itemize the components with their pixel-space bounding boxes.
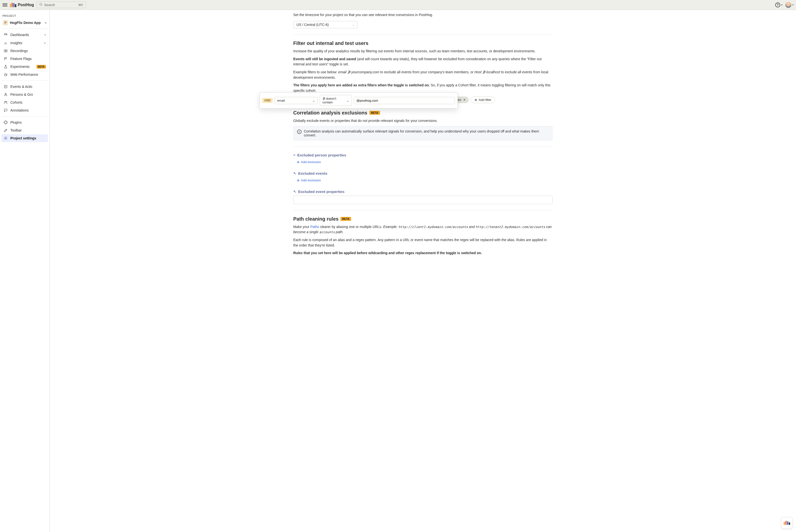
and-operator-pill: AND	[262, 98, 273, 103]
filter-operator-value: ∌ doesn't contain	[322, 97, 344, 104]
filter-operator-select[interactable]: ∌ doesn't contain ⌄	[320, 95, 352, 106]
sidebar-item-web-performance[interactable]: Web Performance	[1, 71, 48, 78]
events-icon	[3, 84, 8, 89]
beta-badge: BETA	[37, 65, 46, 69]
sidebar-item-toolbar[interactable]: Toolbar	[1, 126, 48, 134]
svg-point-9	[5, 93, 6, 95]
plus-icon[interactable]: +	[44, 41, 46, 45]
search-shortcut: ⌘K	[78, 3, 83, 7]
close-icon[interactable]: ✕	[463, 98, 466, 102]
sidebar-item-label: Insights	[11, 41, 22, 45]
filter-value-input[interactable]	[354, 97, 455, 104]
sidebar-item-label: Dashboards	[11, 33, 29, 37]
sidebar-section-label: PROJECT	[1, 12, 48, 19]
help-button[interactable]: ? ▾	[775, 2, 782, 7]
path-cleaning-p1: Make your Paths clearer by aliasing one …	[293, 224, 552, 235]
filter-users-ingest: Events will still be ingested and saved …	[293, 57, 552, 67]
beta-badge: BETA	[341, 217, 351, 221]
person-icon: ≡	[293, 153, 295, 157]
path-cleaning-p3: Rules that you set here will be applied …	[293, 250, 552, 256]
beta-badge: BETA	[369, 111, 380, 115]
sidebar-item-events-actions[interactable]: Events & Actic	[1, 83, 48, 91]
puzzle-icon	[3, 120, 8, 125]
filter-key-select[interactable]: email ⌄	[274, 97, 318, 104]
plus-circle-icon: ⊕	[297, 178, 300, 182]
sidebar-item-annotations[interactable]: Annotations	[1, 106, 48, 114]
sidebar-item-insights[interactable]: Insights +	[1, 39, 48, 47]
filter-users-applied: The filters you apply here are added as …	[293, 83, 552, 93]
timezone-select[interactable]: US / Central (UTC-6) ⌄	[293, 21, 358, 28]
posthog-widget[interactable]	[781, 517, 793, 529]
sidebar-item-experiments[interactable]: Experiments BETA	[1, 63, 48, 71]
add-exclusion-button[interactable]: ⊕ Add exclusion	[293, 159, 321, 165]
avatar	[785, 2, 791, 8]
plus-circle-icon: ⊕	[474, 98, 477, 102]
project-selector[interactable]: P HogFlix Demo App ▾	[1, 19, 48, 27]
logo-bars-icon	[10, 3, 16, 7]
svg-point-10	[4, 101, 5, 102]
correlation-info-text: Correlation analysis can automatically s…	[304, 129, 549, 137]
sidebar-item-project-settings[interactable]: Project settings	[1, 134, 48, 142]
sidebar-item-dashboards[interactable]: Dashboards ▾	[1, 31, 48, 39]
excluded-person-props-heading: ≡ Excluded person properties	[293, 153, 552, 157]
sidebar-item-plugins[interactable]: Plugins	[1, 118, 48, 126]
plus-circle-icon: ⊕	[297, 160, 300, 164]
chevron-down-icon: ⌄	[352, 23, 354, 26]
svg-point-0	[40, 3, 42, 5]
sidebar-item-label: Cohorts	[11, 100, 22, 104]
correlation-info-box: i Correlation analysis can automatically…	[293, 126, 552, 140]
brand-logo[interactable]: PostHog	[10, 3, 34, 7]
excluded-events-heading: ↖ Excluded events	[293, 171, 552, 175]
filter-key-value: email	[277, 99, 285, 102]
sidebar-item-cohorts[interactable]: Cohorts	[1, 98, 48, 106]
sidebar-item-feature-flags[interactable]: Feature Flags	[1, 55, 48, 63]
bar-chart-icon	[3, 41, 8, 45]
sidebar-item-label: Toolbar	[11, 128, 22, 132]
sidebar-item-persons-groups[interactable]: Persons & Gro	[1, 91, 48, 98]
sidebar-item-label: Plugins	[11, 120, 22, 125]
correlation-desc: Globally exclude events or properties th…	[293, 118, 552, 124]
path-cleaning-title: Path cleaning rules BETA	[293, 216, 552, 222]
person-icon	[3, 93, 8, 96]
chevron-down-icon: ▾	[781, 3, 782, 6]
excluded-event-props-input[interactable]	[293, 196, 552, 204]
search-input[interactable]: Search ⌘K	[37, 1, 86, 8]
account-menu[interactable]: ▾	[785, 2, 794, 8]
project-badge: P	[3, 20, 8, 25]
timezone-description: Set the timezone for your project so tha…	[293, 12, 552, 18]
svg-line-1	[41, 5, 42, 6]
path-cleaning-p2: Each rule is composed of an alias and a …	[293, 238, 552, 248]
chevron-down-icon: ▾	[792, 3, 794, 6]
add-exclusion-button[interactable]: ⊕ Add exclusion	[293, 177, 321, 183]
chevron-down-icon: ⌄	[346, 99, 349, 102]
sidebar-item-label: Annotations	[11, 108, 29, 112]
sidebar-item-label: Events & Actic	[11, 84, 32, 89]
svg-point-12	[5, 138, 6, 139]
play-icon	[3, 49, 8, 53]
search-icon	[39, 3, 43, 7]
excluded-event-props-heading: ↖ Excluded event properties	[293, 190, 552, 194]
menu-toggle-icon[interactable]	[2, 2, 7, 7]
tools-icon	[3, 128, 8, 132]
chevron-down-icon[interactable]: ▾	[44, 33, 46, 37]
filter-editor-popover: AND email ⌄ ∌ doesn't contain ⌄	[260, 92, 458, 109]
brand-name: PostHog	[18, 3, 34, 7]
svg-marker-7	[5, 50, 6, 51]
add-filter-button[interactable]: ⊕ Add filter	[471, 96, 495, 103]
cursor-icon: ↖	[293, 171, 296, 175]
add-filter-label: Add filter	[479, 98, 491, 102]
filter-users-example: Example filters to use below: email ∌ yo…	[293, 70, 552, 80]
annotation-icon	[3, 108, 8, 112]
cohorts-icon	[3, 100, 8, 104]
add-exclusion-label: Add exclusion	[301, 178, 321, 182]
info-icon: i	[297, 130, 302, 134]
sidebar-item-label: Recordings	[11, 49, 28, 53]
main-content: Set the timezone for your project so tha…	[50, 10, 796, 532]
svg-rect-8	[4, 86, 7, 88]
sidebar-item-recordings[interactable]: Recordings	[1, 47, 48, 55]
paths-link[interactable]: Paths	[310, 225, 319, 229]
timezone-value: US / Central (UTC-6)	[297, 23, 329, 27]
filter-users-title: Filter out internal and test users	[293, 40, 552, 46]
flag-icon	[3, 57, 8, 61]
sidebar: PROJECT P HogFlix Demo App ▾ Dashboards …	[0, 10, 50, 532]
